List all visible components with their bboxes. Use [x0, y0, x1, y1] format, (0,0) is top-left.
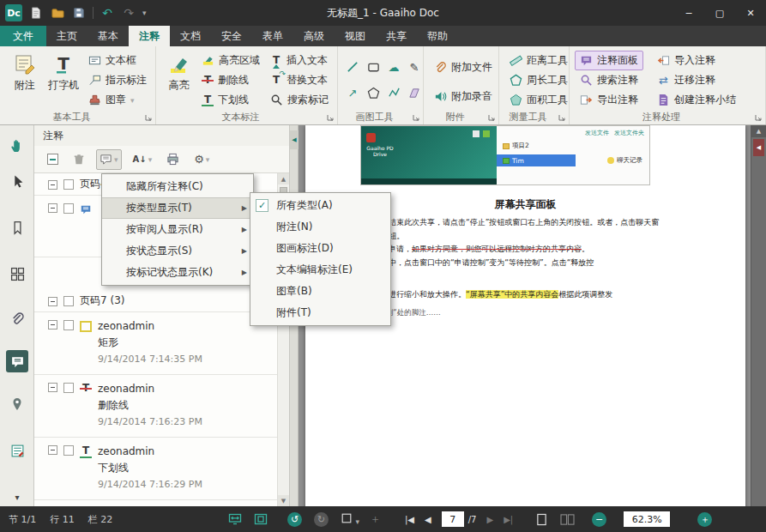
stamp-caret-icon[interactable]: ▾	[130, 96, 135, 105]
comment-checkbox[interactable]	[63, 445, 74, 456]
open-folder-icon[interactable]	[50, 5, 65, 21]
tab-view[interactable]: 视图	[335, 26, 376, 46]
sort-comments-button[interactable]: A↓ ▾	[130, 149, 156, 170]
maximize-button[interactable]: ▢	[704, 0, 735, 26]
replace-text-tool-button[interactable]: T 替换文本	[265, 70, 334, 90]
hand-tool-button[interactable]	[6, 134, 28, 156]
comment-checkbox[interactable]	[63, 383, 74, 393]
scrollbar-thumb[interactable]: ◀	[753, 139, 764, 156]
document-scrollbar[interactable]: ▲ ◀	[751, 125, 766, 506]
tab-security[interactable]: 安全	[211, 26, 252, 46]
collapse-all-button[interactable]	[43, 149, 62, 170]
arrow-tool-button[interactable]: ↗	[343, 82, 362, 104]
cloud-tool-button[interactable]: ☁	[384, 56, 403, 78]
search-mark-tool-button[interactable]: 搜索标记	[265, 90, 334, 110]
group-checkbox[interactable]	[63, 296, 74, 306]
page-number-input[interactable]: 7	[442, 511, 464, 527]
pencil-tool-button[interactable]: ✎	[405, 56, 424, 78]
print-comments-button[interactable]	[163, 149, 183, 170]
perimeter-tool-button[interactable]: 周长工具	[504, 70, 573, 90]
zoom-in-button[interactable]: ＋	[697, 512, 712, 527]
comment-summary-button[interactable]: 创建注释小结	[652, 90, 741, 110]
scroll-down-icon[interactable]: ▼	[278, 495, 289, 506]
textbox-tool-button[interactable]: 文本框	[83, 51, 152, 70]
migrate-comments-button[interactable]: ⇄ 迁移注释	[652, 70, 741, 90]
highlight-annotation[interactable]: “屏幕共享”中的共享内容会	[466, 290, 558, 299]
previous-page-button[interactable]: ◀	[425, 515, 431, 524]
attachments-panel-button[interactable]	[6, 307, 28, 329]
tab-document[interactable]: 文档	[170, 26, 211, 46]
save-icon[interactable]	[71, 5, 87, 21]
last-page-button[interactable]: ▶|	[504, 515, 513, 524]
close-button[interactable]: ✕	[735, 0, 766, 26]
tab-basic[interactable]: 基本	[87, 26, 129, 46]
text-markup-launcher[interactable]	[326, 113, 335, 122]
menu-item-show-by-type[interactable]: 按类型显示(T)▶	[102, 197, 253, 219]
comment-item-row[interactable]: T zeonadmin 删除线 9/14/2014 7:16:23 PM	[34, 375, 277, 438]
submenu-item-all-types[interactable]: ✓所有类型(A)	[250, 195, 390, 216]
bookmarks-panel-button[interactable]	[6, 216, 28, 239]
underline-tool-button[interactable]: T 下划线	[196, 90, 265, 110]
tab-comment[interactable]: 注释	[129, 26, 170, 46]
collapse-toggle-icon[interactable]	[48, 180, 57, 190]
attach-audio-button[interactable]: 附加录音	[429, 85, 498, 107]
polyline-tool-button[interactable]	[384, 82, 403, 104]
measure-tools-launcher[interactable]	[558, 113, 566, 122]
distance-tool-button[interactable]: 距离工具	[504, 51, 573, 70]
search-comments-button[interactable]: 搜索注释	[575, 70, 643, 90]
import-comments-button[interactable]: 导入注释	[652, 51, 741, 70]
submenu-item-drawing-markups[interactable]: 图画标注(D)	[250, 238, 390, 259]
collapse-toggle-icon[interactable]	[48, 320, 57, 329]
comment-summary-panel-button[interactable]	[6, 439, 28, 462]
stamp-tool-button[interactable]: 图章 ▾	[83, 90, 152, 110]
submenu-item-text-edit-markups[interactable]: 文本编辑标注(E)	[250, 259, 390, 281]
view-mode-button[interactable]: ▾	[341, 512, 359, 526]
collapse-toggle-icon[interactable]	[48, 383, 57, 392]
tab-home[interactable]: 主页	[46, 26, 87, 46]
comments-panel-button[interactable]	[6, 350, 28, 372]
comment-checkbox[interactable]	[63, 203, 74, 214]
comment-display-options-button[interactable]: ▾	[96, 149, 122, 170]
callout-tool-button[interactable]: 指示标注	[83, 70, 152, 90]
fit-page-icon[interactable]	[253, 511, 268, 527]
group-checkbox[interactable]	[63, 179, 74, 190]
zoom-out-button[interactable]: −	[592, 512, 606, 527]
more-panels-chevron-icon[interactable]: ▾	[6, 486, 28, 508]
submenu-item-stamps[interactable]: 图章(B)	[250, 281, 390, 302]
comment-settings-button[interactable]: ⚙ ▾	[190, 149, 213, 170]
strikeout-annotation[interactable]: 如果对方同意，则您可以远程控制对方的共享内容	[412, 245, 582, 253]
area-tool-button[interactable]: 面积工具	[504, 90, 573, 110]
scroll-up-icon[interactable]: ▲	[278, 173, 289, 184]
collapse-panel-button[interactable]: ◀	[290, 130, 299, 149]
menu-item-show-by-status[interactable]: 按状态显示(S)▶	[102, 240, 253, 262]
collapse-toggle-icon[interactable]	[48, 445, 57, 455]
destinations-panel-button[interactable]	[6, 393, 28, 415]
page-thumbnails-button[interactable]	[6, 263, 28, 285]
tab-form[interactable]: 表单	[252, 26, 293, 46]
comment-panel-button[interactable]: 注释面板	[575, 51, 643, 70]
select-tool-button[interactable]	[6, 170, 28, 192]
comment-item-row[interactable]: zeonadmin 矩形 9/14/2014 7:14:35 PM	[34, 312, 277, 375]
submenu-item-notes[interactable]: 附注(N)	[250, 216, 390, 238]
strikeout-tool-button[interactable]: T 删除线	[196, 70, 265, 90]
line-tool-button[interactable]	[343, 56, 362, 78]
delete-comment-button[interactable]	[69, 149, 88, 170]
comment-group-row[interactable]: 页码7 (3)	[34, 290, 277, 312]
collapse-toggle-icon[interactable]	[48, 203, 57, 213]
menu-item-hide-all[interactable]: 隐藏所有注释(C)	[102, 176, 253, 197]
fit-width-icon[interactable]	[227, 511, 243, 527]
polygon-tool-button[interactable]	[364, 82, 383, 104]
redo-icon[interactable]: ↷	[121, 5, 136, 21]
minimize-button[interactable]: ─	[673, 0, 704, 26]
rectangle-tool-button[interactable]	[364, 56, 383, 78]
comment-checkbox[interactable]	[63, 320, 74, 330]
tab-help[interactable]: 帮助	[417, 26, 458, 46]
undo-icon[interactable]: ↶	[100, 5, 115, 21]
previous-view-button[interactable]: ↺	[287, 512, 302, 527]
menu-item-show-by-reviewer[interactable]: 按审阅人显示(R)▶	[102, 219, 253, 240]
new-document-icon[interactable]	[28, 5, 44, 21]
zoom-level-input[interactable]: 62.3%	[624, 511, 670, 527]
comment-processing-launcher[interactable]	[754, 113, 763, 122]
highlight-area-tool-button[interactable]: 高亮区域	[196, 51, 265, 70]
tab-share[interactable]: 共享	[376, 26, 417, 46]
